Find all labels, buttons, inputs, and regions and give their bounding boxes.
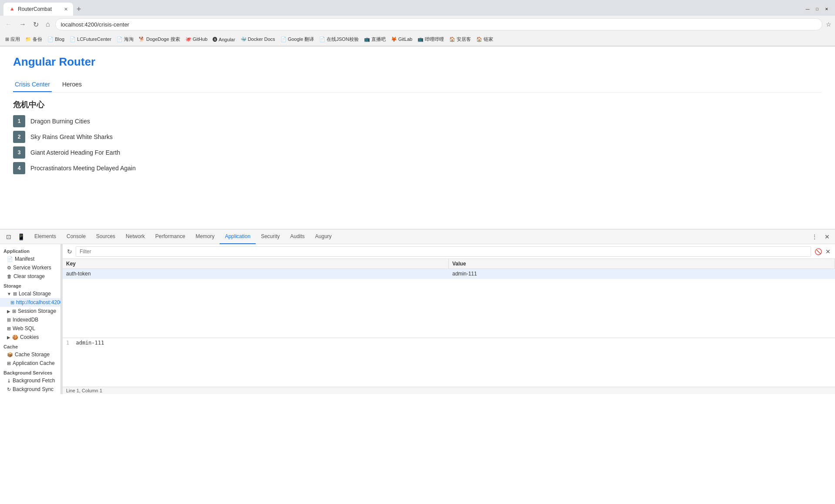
- web-sql-icon: ⊞: [7, 326, 11, 332]
- crisis-num-1: 1: [13, 115, 25, 127]
- sidebar-background-sync[interactable]: ↻ Background Sync: [0, 385, 60, 394]
- background-fetch-icon: ⤓: [7, 378, 11, 384]
- sidebar-local-storage-label: Local Storage: [19, 291, 51, 297]
- home-button[interactable]: ⌂: [44, 20, 52, 29]
- cache-storage-icon: 📦: [7, 352, 13, 358]
- storage-row-auth-token[interactable]: auth-token admin-111: [63, 269, 835, 279]
- local-storage-expand-icon: ▼: [7, 292, 11, 296]
- crisis-item-3[interactable]: 3 Giant Asteroid Heading For Earth: [13, 146, 822, 159]
- new-tab-button[interactable]: +: [73, 5, 85, 14]
- tab-bar: 🔺 RouterCombat ✕ + — □ ✕: [0, 0, 835, 16]
- devtools-more-icon[interactable]: ⋮: [808, 232, 821, 242]
- bookmark-lcfuture[interactable]: 📄 LCFutureCenter: [68, 36, 113, 43]
- sidebar-application-cache[interactable]: ⊞ Application Cache: [0, 359, 60, 368]
- bookmark-translate[interactable]: 📄 Google 翻译: [279, 35, 316, 43]
- address-input[interactable]: [55, 18, 822, 30]
- crisis-num-2: 2: [13, 131, 25, 143]
- bookmark-zhibo[interactable]: 📺 直播吧: [362, 35, 387, 43]
- storage-section-label: Storage: [0, 281, 60, 289]
- crisis-text-3: Giant Asteroid Heading For Earth: [30, 149, 120, 156]
- storage-value-auth-token: admin-111: [449, 269, 835, 279]
- sidebar-session-storage[interactable]: ▶ ⊞ Session Storage: [0, 307, 60, 315]
- crisis-item-1[interactable]: 1 Dragon Burning Cities: [13, 115, 822, 127]
- refresh-button[interactable]: ↻: [66, 247, 73, 256]
- filter-input[interactable]: [76, 246, 811, 257]
- bookmark-gitlab[interactable]: 🦊 GitLab: [389, 36, 414, 43]
- bookmark-github[interactable]: 🐙 GitHub: [184, 36, 209, 43]
- sidebar-cookies-label: Cookies: [20, 334, 39, 340]
- tab-performance[interactable]: Performance: [150, 229, 190, 244]
- tab-application[interactable]: Application: [220, 229, 256, 244]
- sidebar-localhost-4200-label: http://localhost:4200: [16, 299, 61, 305]
- devtools-close-button[interactable]: ✕: [821, 232, 833, 242]
- device-icon[interactable]: 📱: [16, 232, 27, 242]
- sidebar-cache-storage[interactable]: 📦 Cache Storage: [0, 350, 60, 359]
- local-storage-icon: ⊞: [13, 291, 17, 297]
- sidebar-indexeddb[interactable]: ⊞ IndexedDB: [0, 315, 60, 324]
- nav-heroes[interactable]: Heroes: [60, 77, 84, 92]
- bookmark-json[interactable]: 📄 在线JSON校验: [317, 35, 360, 43]
- close-window-button[interactable]: ✕: [824, 6, 830, 12]
- bookmark-apps[interactable]: ⊞ 应用: [3, 35, 22, 43]
- sidebar-background-fetch[interactable]: ⤓ Background Fetch: [0, 376, 60, 385]
- nav-crisis-center[interactable]: Crisis Center: [13, 77, 52, 92]
- sidebar-localhost-4200[interactable]: ⊞ http://localhost:4200: [0, 298, 60, 307]
- sidebar-manifest-label: Manifest: [15, 256, 34, 262]
- crisis-item-4[interactable]: 4 Procrastinators Meeting Delayed Again: [13, 162, 822, 174]
- session-storage-expand-icon: ▶: [7, 309, 10, 314]
- application-cache-icon: ⊞: [7, 361, 11, 366]
- maximize-button[interactable]: □: [814, 6, 820, 12]
- devtools-tab-bar: ⊡ 📱 Elements Console Sources Network Per…: [0, 229, 835, 244]
- inspect-icon[interactable]: ⊡: [4, 232, 13, 242]
- tab-close-button[interactable]: ✕: [64, 7, 68, 12]
- bookmark-haitao[interactable]: 📄 海淘: [115, 35, 135, 43]
- sidebar-cookies[interactable]: ▶ 🍪 Cookies: [0, 333, 60, 342]
- forward-button[interactable]: →: [17, 20, 28, 29]
- bookmark-dogedoge[interactable]: 🐕 DogeDoge 搜索: [137, 35, 182, 43]
- storage-empty-area: [63, 279, 835, 331]
- crisis-num-3: 3: [13, 146, 25, 159]
- clear-all-button[interactable]: ✕: [825, 247, 832, 256]
- crisis-item-2[interactable]: 2 Sky Rains Great White Sharks: [13, 131, 822, 143]
- session-storage-icon: ⊞: [12, 308, 16, 314]
- devtools-value-preview: 1 admin-111 Line 1, Column 1: [63, 338, 835, 394]
- tab-memory[interactable]: Memory: [190, 229, 220, 244]
- sidebar-clear-storage[interactable]: 🗑 Clear storage: [0, 272, 60, 281]
- bookmark-blog[interactable]: 📄 Blog: [46, 36, 66, 43]
- sidebar-notifications[interactable]: 🔔 Notifications: [0, 394, 60, 394]
- bookmarks-bar: ⊞ 应用 📁 备份 📄 Blog 📄 LCFutureCenter 📄 海淘 🐕…: [0, 33, 835, 46]
- active-tab[interactable]: 🔺 RouterCombat ✕: [3, 3, 73, 16]
- bookmark-star-icon[interactable]: ☆: [826, 21, 832, 28]
- tab-security[interactable]: Security: [256, 229, 285, 244]
- sidebar-local-storage[interactable]: ▼ ⊞ Local Storage: [0, 289, 60, 298]
- bookmark-lianjia[interactable]: 🏠 链家: [474, 35, 495, 43]
- devtools-sidebar: Application 📄 Manifest ⚙ Service Workers…: [0, 244, 61, 394]
- bookmark-bilibili[interactable]: 📺 哔哩哔哩: [416, 35, 446, 43]
- bookmark-angular[interactable]: 🅐 Angular: [211, 36, 237, 43]
- manifest-icon: 📄: [7, 256, 13, 262]
- section-title: 危机中心: [13, 99, 822, 110]
- sidebar-manifest[interactable]: 📄 Manifest: [0, 255, 60, 263]
- sidebar-service-workers[interactable]: ⚙ Service Workers: [0, 263, 60, 272]
- sidebar-background-fetch-label: Background Fetch: [13, 378, 55, 384]
- service-worker-icon: ⚙: [7, 265, 11, 271]
- tab-augury[interactable]: Augury: [310, 229, 337, 244]
- localhost-storage-icon: ⊞: [10, 300, 14, 305]
- minimize-button[interactable]: —: [805, 6, 811, 12]
- window-controls: — □ ✕: [805, 6, 832, 12]
- sidebar-background-sync-label: Background Sync: [13, 386, 53, 392]
- tab-audits[interactable]: Audits: [285, 229, 310, 244]
- tab-sources[interactable]: Sources: [91, 229, 120, 244]
- reload-button[interactable]: ↻: [31, 20, 40, 30]
- browser-chrome: 🔺 RouterCombat ✕ + — □ ✕ ← → ↻ ⌂ ☆ ⊞ 应用 …: [0, 0, 835, 46]
- sidebar-web-sql[interactable]: ⊞ Web SQL: [0, 324, 60, 333]
- bookmark-docker[interactable]: 🐳 Docker Docs: [239, 36, 277, 43]
- bookmark-anjuke[interactable]: 🏠 安居客: [448, 35, 473, 43]
- tab-console[interactable]: Console: [61, 229, 91, 244]
- delete-selected-button[interactable]: 🚫: [814, 247, 823, 256]
- back-button[interactable]: ←: [3, 20, 14, 29]
- bookmark-backup[interactable]: 📁 备份: [23, 35, 44, 43]
- tab-network[interactable]: Network: [120, 229, 150, 244]
- tab-elements[interactable]: Elements: [29, 229, 61, 244]
- key-header: Key: [63, 259, 449, 269]
